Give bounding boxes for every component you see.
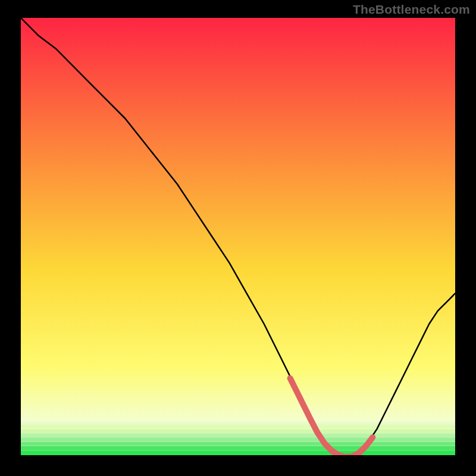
svg-rect-0: [21, 427, 455, 430]
gradient-background: [21, 18, 455, 455]
watermark-text: TheBottleneck.com: [353, 2, 470, 17]
svg-rect-6: [21, 451, 455, 455]
plot-area: [21, 18, 455, 455]
svg-rect-5: [21, 446, 455, 450]
chart-frame: TheBottleneck.com: [0, 0, 476, 476]
svg-rect-3: [21, 438, 455, 441]
svg-rect-4: [21, 442, 455, 445]
bottleneck-chart: [21, 18, 455, 455]
svg-rect-2: [21, 434, 455, 437]
svg-rect-1: [21, 431, 455, 433]
